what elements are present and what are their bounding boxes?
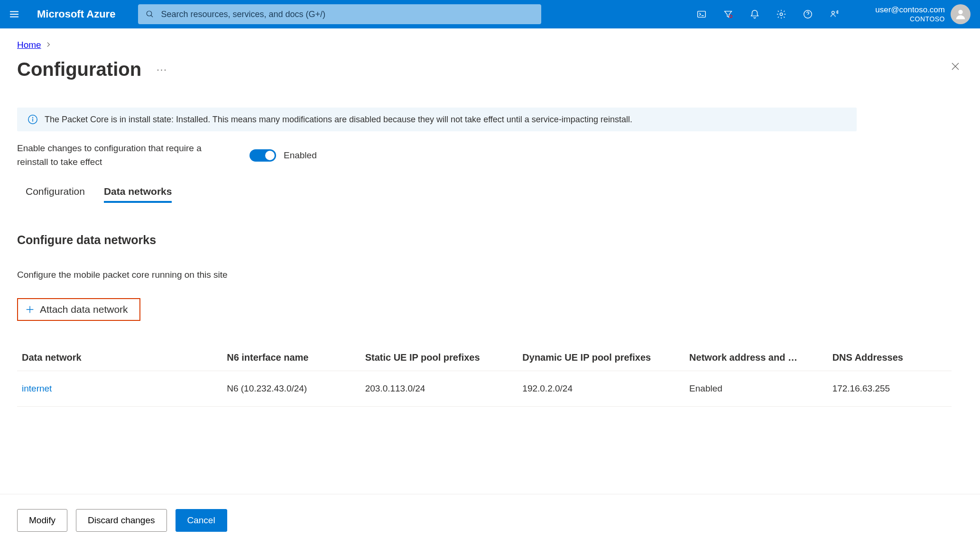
data-networks-table: Data network N6 interface name Static UE…	[17, 345, 952, 407]
section-subtitle: Configure the mobile packet core running…	[17, 270, 963, 280]
blade-footer: Modify Discard changes Cancel	[0, 494, 980, 546]
col-static-prefixes[interactable]: Static UE IP pool prefixes	[361, 345, 518, 371]
reinstall-toggle-state: Enabled	[284, 150, 317, 161]
gear-icon	[776, 9, 786, 19]
attach-data-network-label: Attach data network	[40, 304, 128, 315]
hamburger-icon	[9, 9, 19, 19]
col-data-network[interactable]: Data network	[17, 345, 222, 371]
breadcrumb: Home	[17, 40, 963, 50]
top-bar: Microsoft Azure user@contoso.com CONTOSO	[0, 0, 980, 28]
attach-data-network-button[interactable]: Attach data network	[22, 303, 131, 316]
reinstall-toggle-row: Enable changes to configuration that req…	[17, 142, 963, 169]
cancel-button[interactable]: Cancel	[176, 509, 227, 532]
page-title: Configuration	[17, 59, 141, 80]
col-dns-addresses[interactable]: DNS Addresses	[828, 345, 952, 371]
reinstall-toggle-label: Enable changes to configuration that req…	[17, 142, 202, 169]
search-input[interactable]	[161, 9, 534, 19]
more-actions-button[interactable]: ···	[153, 62, 171, 77]
tab-configuration[interactable]: Configuration	[26, 186, 85, 202]
cell-dns: 172.16.63.255	[828, 371, 952, 407]
discard-changes-button[interactable]: Discard changes	[76, 509, 167, 532]
account-email: user@contoso.com	[875, 5, 945, 15]
col-dynamic-prefixes[interactable]: Dynamic UE IP pool prefixes	[518, 345, 684, 371]
table-row[interactable]: internet N6 (10.232.43.0/24) 203.0.113.0…	[17, 371, 952, 407]
section-title: Configure data networks	[17, 233, 963, 247]
filter-icon	[723, 9, 733, 19]
portal-menu-button[interactable]	[5, 5, 24, 24]
directory-filter-button[interactable]	[716, 2, 740, 26]
blade-content: Home Configuration ··· The Packet Core i…	[0, 28, 980, 494]
cloud-shell-button[interactable]	[689, 2, 714, 26]
brand-label[interactable]: Microsoft Azure	[37, 8, 115, 20]
account-text: user@contoso.com CONTOSO	[875, 5, 945, 23]
help-button[interactable]	[795, 2, 820, 26]
svg-rect-9	[32, 118, 33, 121]
cloud-shell-icon	[696, 9, 707, 19]
modify-button[interactable]: Modify	[17, 509, 67, 532]
svg-point-8	[32, 117, 33, 118]
svg-point-6	[958, 10, 962, 14]
plus-icon	[25, 304, 35, 315]
feedback-icon	[829, 9, 840, 19]
bell-icon	[749, 9, 760, 19]
svg-point-5	[832, 11, 835, 14]
settings-button[interactable]	[769, 2, 794, 26]
tab-data-networks[interactable]: Data networks	[104, 186, 172, 202]
info-banner: The Packet Core is in install state: Ins…	[17, 108, 857, 131]
toggle-thumb	[265, 151, 275, 160]
cell-n6: N6 (10.232.43.0/24)	[222, 371, 360, 407]
info-icon	[28, 114, 38, 125]
notifications-button[interactable]	[742, 2, 767, 26]
config-tabs: Configuration Data networks	[17, 186, 963, 202]
svg-point-2	[730, 15, 732, 18]
close-icon	[950, 61, 961, 72]
cell-dynamic: 192.0.2.0/24	[518, 371, 684, 407]
reinstall-toggle[interactable]	[250, 149, 276, 162]
col-n6-interface[interactable]: N6 interface name	[222, 345, 360, 371]
attach-data-network-highlight: Attach data network	[17, 298, 140, 321]
avatar	[951, 4, 971, 24]
info-banner-text: The Packet Core is in install state: Ins…	[45, 115, 632, 125]
data-network-link[interactable]: internet	[22, 383, 52, 393]
chevron-right-icon	[45, 40, 52, 50]
help-icon	[803, 9, 813, 19]
svg-point-0	[147, 11, 152, 16]
col-network-address[interactable]: Network address and …	[684, 345, 828, 371]
close-blade-button[interactable]	[950, 61, 963, 74]
svg-rect-1	[698, 11, 706, 18]
table-header-row: Data network N6 interface name Static UE…	[17, 345, 952, 371]
person-icon	[954, 8, 967, 21]
account-tenant: CONTOSO	[875, 15, 945, 23]
account-control[interactable]: user@contoso.com CONTOSO	[875, 4, 971, 24]
topbar-icon-group	[689, 2, 847, 26]
cell-nat: Enabled	[684, 371, 828, 407]
svg-point-3	[780, 13, 783, 16]
feedback-button[interactable]	[822, 2, 847, 26]
breadcrumb-home[interactable]: Home	[17, 40, 41, 50]
cell-static: 203.0.113.0/24	[361, 371, 518, 407]
global-search[interactable]	[138, 4, 541, 24]
search-icon	[146, 10, 154, 18]
